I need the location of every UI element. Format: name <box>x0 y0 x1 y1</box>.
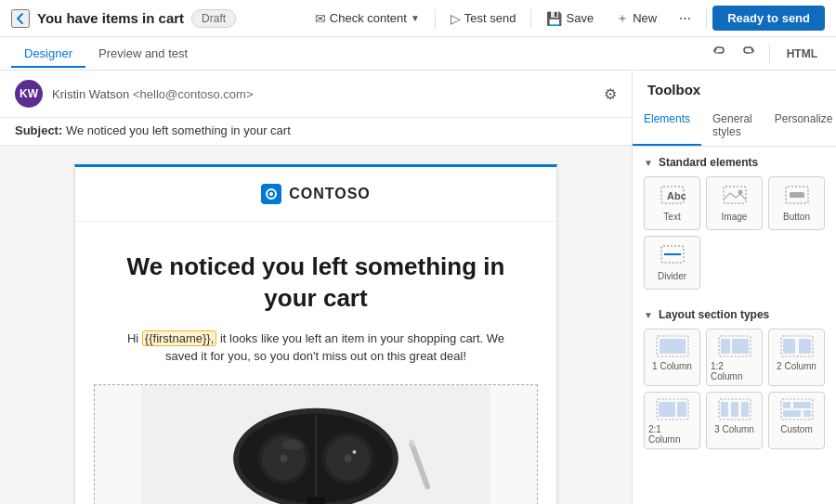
layout-section: ▼ Layout section types 1 Column 1:2 Colu… <box>633 299 836 453</box>
layout-section-header[interactable]: ▼ Layout section types <box>644 308 825 321</box>
back-button[interactable] <box>11 9 30 28</box>
element-button[interactable]: Button <box>768 176 825 230</box>
check-chevron-icon: ▼ <box>411 13 420 23</box>
para-before: Hi <box>127 331 142 345</box>
svg-point-2 <box>269 192 273 196</box>
layout-2-column[interactable]: 2 Column <box>768 329 825 386</box>
tab-designer[interactable]: Designer <box>11 39 85 68</box>
firstname-tag: {{firstname}}, <box>142 330 216 346</box>
add-icon: ＋ <box>616 10 629 27</box>
from-email: <hello@contoso.com> <box>133 87 254 101</box>
svg-rect-36 <box>677 402 686 417</box>
tab-bar: Designer Preview and test HTML <box>0 37 836 71</box>
save-button[interactable]: 💾 Save <box>537 7 603 30</box>
toolbox-tab-general-styles[interactable]: General styles <box>701 105 764 146</box>
layout-1-2-column[interactable]: 1:2 Column <box>706 329 763 386</box>
redo-button[interactable] <box>738 41 760 67</box>
svg-point-8 <box>280 455 287 462</box>
main-content: KW Kristin Watson <hello@contoso.com> ⚙ … <box>0 71 836 504</box>
settings-button[interactable]: ⚙ <box>604 85 617 103</box>
svg-rect-27 <box>660 339 686 354</box>
chevron-icon: ▼ <box>644 158 653 168</box>
standard-elements-label: Standard elements <box>659 156 758 169</box>
element-text[interactable]: Abc Text <box>644 176 700 230</box>
check-icon: ✉ <box>315 11 326 26</box>
layout-custom-label: Custom <box>780 424 812 434</box>
standard-elements-header[interactable]: ▼ Standard elements <box>644 156 825 169</box>
divider <box>435 9 436 28</box>
test-send-button[interactable]: ▷ Test send <box>441 7 526 30</box>
new-button[interactable]: ＋ New <box>607 6 666 31</box>
text-label: Text <box>663 212 680 222</box>
svg-point-21 <box>738 190 742 195</box>
toolbox-tab-elements[interactable]: Elements <box>633 105 701 146</box>
divider-label: Divider <box>658 271 686 281</box>
svg-text:Abc: Abc <box>667 190 686 201</box>
send-icon: ▷ <box>451 11 461 26</box>
email-image-area[interactable] <box>94 384 538 504</box>
layout-2-1-col-label: 2:1 Column <box>648 424 696 445</box>
email-headline: We noticed you left something in your ca… <box>112 252 519 315</box>
html-button[interactable]: HTML <box>779 44 825 64</box>
html-label: HTML <box>787 47 817 60</box>
button-label: Button <box>783 212 810 222</box>
para-after: it looks like you left an item in your s… <box>165 331 504 364</box>
layout-custom[interactable]: Custom <box>768 392 825 449</box>
check-content-label: Check content <box>330 11 407 25</box>
svg-rect-38 <box>721 402 728 417</box>
divider-icon <box>660 244 686 267</box>
svg-rect-40 <box>741 402 749 417</box>
svg-rect-35 <box>659 402 675 417</box>
svg-rect-42 <box>783 402 790 408</box>
new-label: New <box>633 11 657 25</box>
layout-1col-label: 1 Column <box>652 361 692 371</box>
svg-rect-23 <box>790 192 804 198</box>
test-send-label: Test send <box>464 11 516 25</box>
button-icon <box>784 185 810 208</box>
more-icon: ⋯ <box>679 11 691 25</box>
toolbox-tabs: Elements General styles Personalize <box>633 105 836 147</box>
draft-badge: Draft <box>191 9 236 28</box>
tab-preview[interactable]: Preview and test <box>85 39 201 68</box>
svg-rect-14 <box>307 497 325 504</box>
top-bar: You have items in cart Draft ✉ Check con… <box>0 0 836 37</box>
email-preview: CONTOSO We noticed you left something in… <box>74 164 557 504</box>
page-title: You have items in cart <box>37 10 184 26</box>
toolbox-tab-personalize[interactable]: Personalize <box>764 105 836 146</box>
layout-2-1-column[interactable]: 2:1 Column <box>644 392 700 449</box>
save-label: Save <box>566 11 594 25</box>
email-logo: CONTOSO <box>75 167 556 222</box>
avatar: KW <box>15 80 43 108</box>
svg-point-15 <box>281 439 304 450</box>
email-meta: KW Kristin Watson <hello@contoso.com> ⚙ <box>0 71 632 118</box>
svg-point-11 <box>345 455 352 462</box>
editor-area: KW Kristin Watson <hello@contoso.com> ⚙ … <box>0 71 632 504</box>
svg-rect-45 <box>803 410 811 417</box>
element-divider[interactable]: Divider <box>644 236 700 290</box>
svg-rect-39 <box>731 402 738 417</box>
check-content-button[interactable]: ✉ Check content ▼ <box>306 7 429 30</box>
tab-bar-right: HTML <box>708 41 825 67</box>
top-bar-left: You have items in cart Draft <box>11 9 298 28</box>
top-bar-actions: ✉ Check content ▼ ▷ Test send 💾 Save ＋ N… <box>306 6 825 31</box>
save-icon: 💾 <box>546 11 562 26</box>
subject-label: Subject: <box>15 123 62 137</box>
svg-rect-44 <box>783 410 801 417</box>
image-icon <box>722 185 748 208</box>
subject-text: We noticed you left something in your ca… <box>66 123 291 137</box>
more-button[interactable]: ⋯ <box>670 7 700 29</box>
toolbox: Toolbox Elements General styles Personal… <box>632 71 836 504</box>
toolbox-title: Toolbox <box>633 71 836 97</box>
image-label: Image <box>722 212 748 222</box>
undo-button[interactable] <box>708 41 730 67</box>
product-image <box>95 385 537 504</box>
layout-1-column[interactable]: 1 Column <box>644 329 700 386</box>
ready-to-send-button[interactable]: Ready to send <box>712 6 825 31</box>
email-canvas[interactable]: CONTOSO We noticed you left something in… <box>0 146 632 504</box>
layout-3-column[interactable]: 3 Column <box>706 392 763 449</box>
svg-rect-43 <box>793 402 811 408</box>
email-subject: Subject: We noticed you left something i… <box>0 118 632 146</box>
layout-grid: 1 Column 1:2 Column 2 Column 2:1 Column <box>644 329 825 449</box>
layout-2col-label: 2 Column <box>777 361 816 371</box>
element-image[interactable]: Image <box>706 176 763 230</box>
